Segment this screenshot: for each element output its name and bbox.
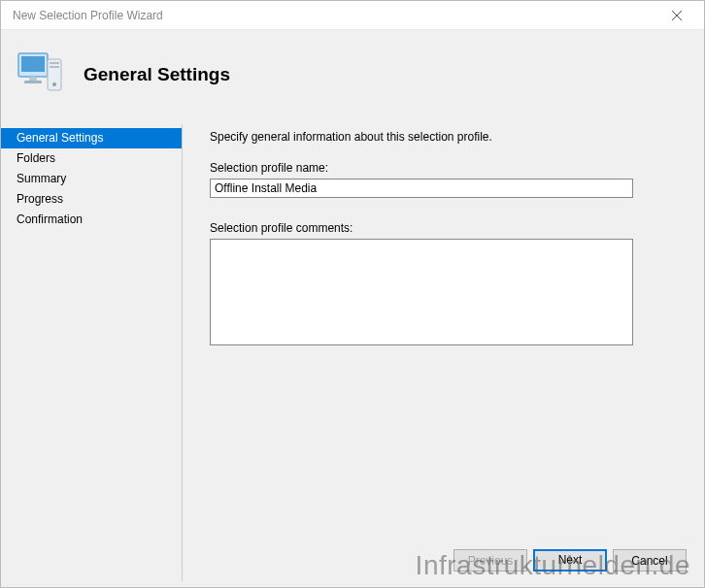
close-button[interactable] — [657, 2, 696, 29]
svg-rect-7 — [50, 62, 59, 64]
next-button[interactable]: Next — [533, 549, 607, 572]
close-icon — [672, 11, 682, 20]
sidebar-step-folders[interactable]: Folders — [1, 148, 182, 169]
previous-button: Previous — [453, 549, 527, 572]
svg-point-9 — [52, 82, 56, 86]
computer-icon — [13, 48, 66, 101]
svg-rect-5 — [24, 81, 42, 83]
svg-rect-8 — [50, 66, 59, 68]
sidebar-step-confirmation[interactable]: Confirmation — [1, 210, 182, 230]
svg-rect-3 — [21, 56, 45, 72]
wizard-sidebar: General Settings Folders Summary Progres… — [1, 118, 182, 587]
titlebar: New Selection Profile Wizard — [1, 1, 704, 30]
description-text: Specify general information about this s… — [210, 130, 685, 144]
name-label: Selection profile name: — [210, 161, 685, 175]
window-title: New Selection Profile Wizard — [9, 9, 657, 22]
sidebar-step-summary[interactable]: Summary — [1, 169, 182, 189]
wizard-header: General Settings — [1, 30, 704, 118]
cancel-button[interactable]: Cancel — [613, 549, 687, 572]
profile-name-input[interactable] — [210, 179, 633, 198]
content-area: General Settings Folders Summary Progres… — [1, 118, 704, 587]
button-row: Previous Next Cancel — [453, 549, 687, 572]
page-title: General Settings — [84, 64, 230, 85]
comments-label: Selection profile comments: — [210, 221, 685, 235]
svg-rect-4 — [29, 77, 37, 81]
sidebar-step-progress[interactable]: Progress — [1, 189, 182, 210]
profile-comments-input[interactable] — [210, 239, 633, 345]
main-panel: Specify general information about this s… — [183, 118, 704, 587]
sidebar-step-general[interactable]: General Settings — [1, 128, 182, 148]
